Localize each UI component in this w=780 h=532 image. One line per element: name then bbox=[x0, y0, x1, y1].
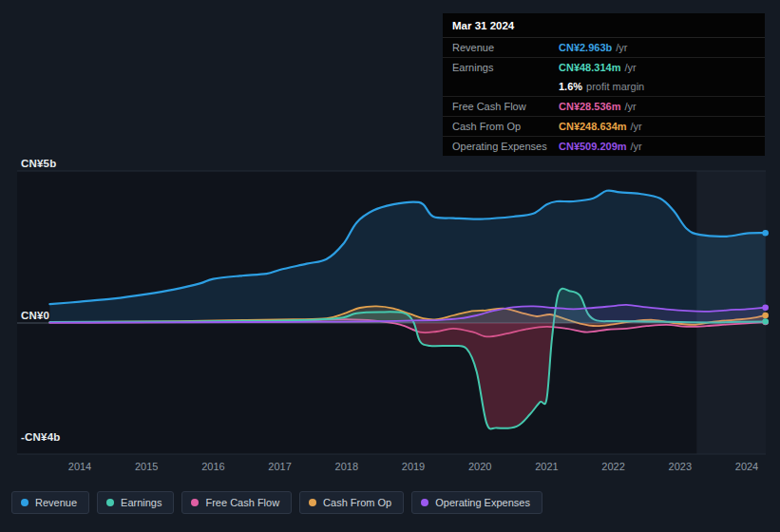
tooltip-row: RevenueCN¥2.963b/yr bbox=[443, 38, 765, 57]
tooltip-row-label: Free Cash Flow bbox=[452, 101, 559, 112]
tooltip-row-suffix: /yr bbox=[616, 42, 627, 53]
tooltip-row: EarningsCN¥48.314m/yr bbox=[443, 57, 765, 77]
financial-history-chart-page: CN¥5bCN¥0-CN¥4b 201420152016201720182019… bbox=[0, 0, 780, 532]
tooltip-row: Free Cash FlowCN¥28.536m/yr bbox=[443, 96, 765, 116]
x-axis-label: 2022 bbox=[601, 461, 624, 472]
end-marker-revenue bbox=[762, 230, 769, 237]
legend-item-operating-expenses[interactable]: Operating Expenses bbox=[411, 491, 542, 514]
y-axis-label: CN¥5b bbox=[21, 158, 56, 169]
tooltip-row-label: Revenue bbox=[452, 42, 559, 53]
legend-item-label: Free Cash Flow bbox=[205, 497, 279, 508]
tooltip-row-label: Earnings bbox=[452, 62, 559, 73]
x-axis-label: 2015 bbox=[135, 461, 158, 472]
tooltip-date: Mar 31 2024 bbox=[443, 13, 765, 38]
legend-item-revenue[interactable]: Revenue bbox=[11, 491, 89, 514]
chart-legend: RevenueEarningsFree Cash FlowCash From O… bbox=[11, 491, 542, 514]
legend-color-dot bbox=[309, 499, 316, 506]
x-axis-label: 2018 bbox=[335, 461, 358, 472]
legend-item-label: Revenue bbox=[35, 497, 77, 508]
legend-item-label: Cash From Op bbox=[323, 497, 391, 508]
y-axis-label: CN¥0 bbox=[21, 310, 49, 321]
tooltip-row-label: Cash From Op bbox=[452, 121, 559, 132]
legend-item-label: Operating Expenses bbox=[435, 497, 530, 508]
x-axis-label: 2024 bbox=[735, 461, 758, 472]
end-marker-earnings bbox=[762, 318, 769, 325]
x-axis-label: 2019 bbox=[402, 461, 425, 472]
end-marker-cash-from-op bbox=[762, 313, 769, 319]
tooltip-row-label: Operating Expenses bbox=[452, 141, 559, 152]
legend-item-label: Earnings bbox=[121, 497, 162, 508]
tooltip-row-suffix: /yr bbox=[624, 101, 636, 112]
x-axis-label: 2014 bbox=[68, 461, 91, 472]
tooltip-row-value: CN¥28.536m bbox=[559, 101, 620, 112]
legend-color-dot bbox=[191, 499, 199, 506]
x-axis-label: 2023 bbox=[669, 461, 692, 472]
tooltip-rows: RevenueCN¥2.963b/yrEarningsCN¥48.314m/yr… bbox=[443, 38, 765, 156]
tooltip-row-value: CN¥2.963b bbox=[559, 42, 612, 53]
x-axis-label: 2020 bbox=[468, 461, 491, 472]
data-tooltip: Mar 31 2024 RevenueCN¥2.963b/yrEarningsC… bbox=[443, 13, 765, 156]
legend-item-cash-from-op[interactable]: Cash From Op bbox=[299, 491, 404, 514]
legend-item-earnings[interactable]: Earnings bbox=[97, 491, 174, 514]
tooltip-row-suffix: /yr bbox=[631, 141, 642, 152]
tooltip-row-value: CN¥48.314m bbox=[559, 62, 620, 73]
x-axis-label: 2021 bbox=[535, 461, 558, 472]
tooltip-row-value: CN¥248.634m bbox=[559, 121, 627, 132]
legend-item-free-cash-flow[interactable]: Free Cash Flow bbox=[181, 491, 292, 514]
tooltip-row-suffix: /yr bbox=[631, 121, 642, 132]
tooltip-row-value: CN¥509.209m bbox=[559, 141, 627, 152]
x-axis-label: 2016 bbox=[201, 461, 224, 472]
tooltip-row-value: 1.6% bbox=[559, 81, 582, 92]
tooltip-row: 1.6%profit margin bbox=[443, 77, 765, 96]
end-marker-operating-expenses bbox=[762, 304, 769, 311]
tooltip-row: Operating ExpensesCN¥509.209m/yr bbox=[443, 136, 765, 156]
x-axis-label: 2017 bbox=[268, 461, 291, 472]
tooltip-row-suffix: profit margin bbox=[586, 81, 644, 92]
legend-color-dot bbox=[106, 499, 114, 506]
legend-color-dot bbox=[21, 499, 29, 506]
tooltip-row-suffix: /yr bbox=[624, 62, 636, 73]
legend-color-dot bbox=[421, 499, 428, 506]
tooltip-row: Cash From OpCN¥248.634m/yr bbox=[443, 116, 765, 136]
y-axis-label: -CN¥4b bbox=[21, 431, 60, 443]
